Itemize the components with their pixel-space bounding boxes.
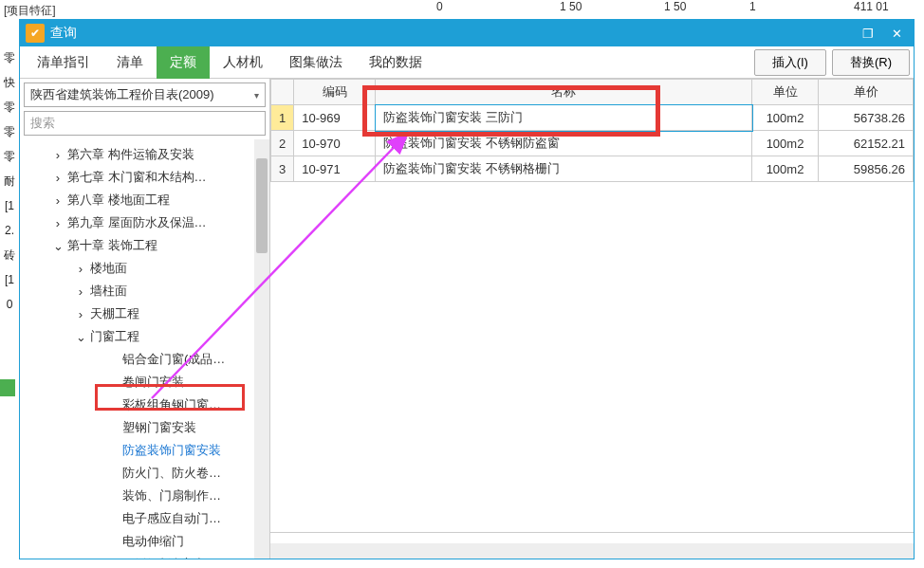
green-row-marker	[0, 379, 15, 396]
tree-item-label: 防盗装饰门窗安装	[120, 442, 221, 459]
catalog-selected-label: 陕西省建筑装饰工程价目表(2009)	[30, 86, 214, 103]
close-button[interactable]: ✕	[885, 25, 908, 42]
table-row[interactable]: 110-969防盗装饰门窗安装 三防门100m256738.26	[271, 105, 914, 131]
tree-item[interactable]: 彩板组角钢门窗…	[20, 394, 269, 416]
tab-materials[interactable]: 人材机	[210, 46, 276, 79]
horizontal-scrollbar[interactable]	[270, 543, 914, 559]
tree-item[interactable]: 卷闸门安装	[20, 371, 269, 394]
tree-item[interactable]: 电子感应自动门…	[20, 507, 269, 530]
expand-icon[interactable]: ›	[73, 262, 88, 276]
project-features-label: [项目特征]	[4, 3, 56, 19]
tree-container: ›第六章 构件运输及安装›第七章 木门窗和木结构…›第八章 楼地面工程›第九章 …	[20, 139, 269, 559]
insert-button[interactable]: 插入(I)	[754, 49, 826, 76]
expand-icon[interactable]: ›	[50, 193, 65, 208]
tree-item-label: 卷闸门安装	[120, 374, 184, 391]
tree-item[interactable]: 铝合金门窗(成品…	[20, 348, 269, 371]
tab-list[interactable]: 清单	[103, 46, 157, 79]
tree-item-label: 第九章 屋面防水及保温…	[65, 214, 207, 231]
tree-item-label: 铝合金门窗(成品…	[120, 351, 225, 368]
expand-icon[interactable]: ›	[50, 216, 65, 230]
expand-icon[interactable]: ›	[73, 284, 88, 299]
app-icon: ✔	[26, 24, 45, 43]
left-gutter-text: 零 快 零 零 零 耐 [1 2. 砖 [1 0	[0, 49, 19, 321]
collapse-icon[interactable]: ⌄	[50, 239, 65, 253]
th-code[interactable]: 编码	[294, 80, 376, 105]
tree-item-label: 防火门、防火卷…	[120, 465, 221, 482]
bg-number: 1 50	[560, 0, 582, 13]
cell-code[interactable]: 10-971	[294, 156, 376, 182]
expand-icon[interactable]: ›	[50, 171, 65, 185]
tree-item[interactable]: 装饰、门扇制作…	[20, 485, 269, 507]
tree-item[interactable]: ⌄第十章 装饰工程	[20, 234, 269, 257]
cell-price[interactable]: 59856.26	[819, 156, 914, 182]
tree-scrollbar[interactable]	[254, 139, 269, 559]
scrollbar-thumb[interactable]	[256, 158, 268, 253]
bg-number: 0	[436, 0, 443, 13]
tree-item-label: 门窗工程	[88, 328, 139, 345]
left-panel: 陕西省建筑装饰工程价目表(2009) ▾ 搜索 ›第六章 构件运输及安装›第七章…	[20, 79, 270, 559]
cell-price[interactable]: 56738.26	[819, 105, 914, 131]
table-row[interactable]: 210-970防盗装饰门窗安装 不锈钢防盗窗100m262152.21	[271, 131, 914, 156]
tree-item[interactable]: ›墙柱面	[20, 280, 269, 302]
row-number[interactable]: 2	[271, 131, 294, 156]
gutter-char: 零	[0, 99, 19, 116]
cell-name[interactable]: 防盗装饰门窗安装 不锈钢防盗窗	[376, 131, 752, 156]
cell-code[interactable]: 10-970	[294, 131, 376, 156]
tree-item[interactable]: 电动伸缩门	[20, 530, 269, 553]
cell-code[interactable]: 10-969	[294, 105, 376, 131]
tree-item-label: 第六章 构件运输及安装	[65, 146, 194, 163]
tree-item[interactable]: 防火门、防火卷…	[20, 462, 269, 485]
query-window: ✔ 查询 ❐ ✕ 清单指引 清单 定额 人材机 图集做法 我的数据 插入(I) …	[19, 19, 915, 559]
tree-item[interactable]: 防盗装饰门窗安装	[20, 439, 269, 462]
tab-my-data[interactable]: 我的数据	[356, 46, 435, 79]
tree-item-label: 电动伸缩门	[120, 533, 184, 550]
grid-bottom-border	[270, 532, 914, 538]
gutter-char: 砖	[0, 247, 19, 264]
search-placeholder: 搜索	[30, 115, 55, 132]
cell-unit[interactable]: 100m2	[752, 105, 819, 131]
collapse-icon[interactable]: ⌄	[73, 330, 88, 344]
row-number[interactable]: 3	[271, 156, 294, 182]
tree-item[interactable]: ›第六章 构件运输及安装	[20, 143, 269, 166]
th-price[interactable]: 单价	[819, 80, 914, 105]
tree-item-label: 第十章 装饰工程	[65, 237, 157, 254]
bg-number: 1 50	[664, 0, 686, 13]
tree-item-label: 彩板组角钢门窗…	[120, 396, 221, 413]
tab-atlas[interactable]: 图集做法	[276, 46, 356, 79]
tab-bar: 清单指引 清单 定额 人材机 图集做法 我的数据 插入(I) 替换(R)	[20, 46, 914, 79]
tree-item[interactable]: 塑钢门窗安装	[20, 416, 269, 439]
tree-item[interactable]: ›天棚工程	[20, 302, 269, 325]
row-number[interactable]: 1	[271, 105, 294, 131]
cell-unit[interactable]: 100m2	[752, 156, 819, 182]
tree-item[interactable]: ›楼地面	[20, 257, 269, 280]
gutter-char: [1	[0, 197, 19, 214]
cell-name[interactable]: 防盗装饰门窗安装 三防门	[376, 105, 752, 131]
tab-list-guide[interactable]: 清单指引	[24, 46, 103, 79]
tree-item[interactable]: ›第九章 屋面防水及保温…	[20, 211, 269, 234]
results-table: 编码 名称 单位 单价 110-969防盗装饰门窗安装 三防门100m25673…	[270, 79, 914, 182]
th-name[interactable]: 名称	[376, 80, 752, 105]
cell-price[interactable]: 62152.21	[819, 131, 914, 156]
tree-item-label: 装饰、门扇制作…	[120, 487, 221, 504]
cell-name[interactable]: 防盗装饰门窗安装 不锈钢格栅门	[376, 156, 752, 182]
tree-item[interactable]: ⌄门窗工程	[20, 325, 269, 348]
tree-item[interactable]: ›第八章 楼地面工程	[20, 189, 269, 211]
table-row[interactable]: 310-971防盗装饰门窗安装 不锈钢格栅门100m259856.26	[271, 156, 914, 182]
catalog-dropdown[interactable]: 陕西省建筑装饰工程价目表(2009) ▾	[24, 82, 266, 107]
tree-item[interactable]: 不锈钢板包门框…	[20, 553, 269, 559]
gutter-char: 快	[0, 74, 19, 91]
search-input[interactable]: 搜索	[24, 111, 266, 136]
expand-icon[interactable]: ›	[73, 307, 88, 321]
th-unit[interactable]: 单位	[752, 80, 819, 105]
cell-unit[interactable]: 100m2	[752, 131, 819, 156]
maximize-button[interactable]: ❐	[857, 25, 879, 42]
titlebar[interactable]: ✔ 查询 ❐ ✕	[20, 20, 914, 46]
tab-quota[interactable]: 定额	[157, 46, 210, 79]
bg-number: 411 01	[854, 0, 889, 13]
replace-button[interactable]: 替换(R)	[832, 49, 910, 76]
expand-icon[interactable]: ›	[50, 148, 65, 162]
tree-item-label: 电子感应自动门…	[120, 510, 221, 527]
gutter-char: 零	[0, 49, 19, 66]
th-rownum[interactable]	[271, 80, 294, 105]
tree-item[interactable]: ›第七章 木门窗和木结构…	[20, 166, 269, 189]
